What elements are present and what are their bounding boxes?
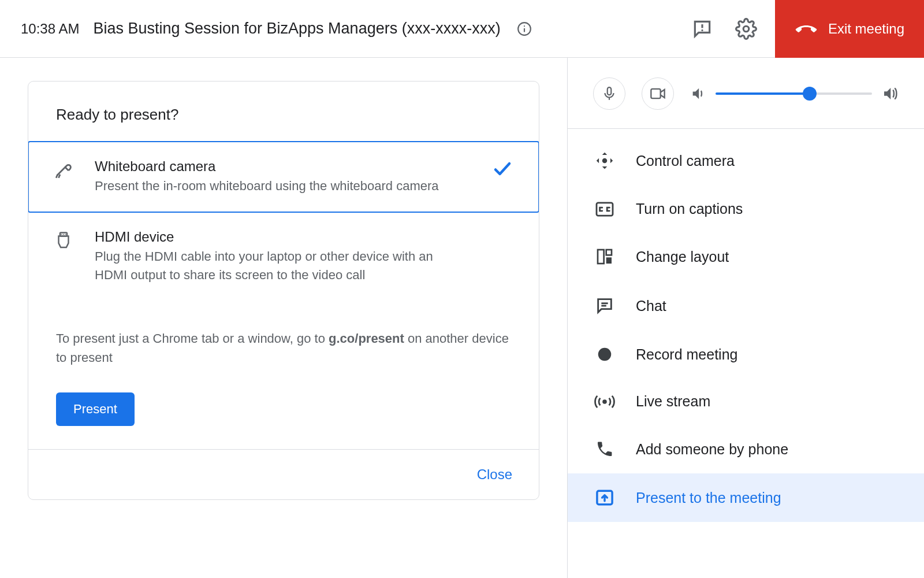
- exit-meeting-label: Exit meeting: [828, 21, 904, 37]
- menu-present[interactable]: Present to the meeting: [568, 473, 924, 522]
- header: 10:38 AM Bias Busting Session for BizApp…: [0, 0, 924, 58]
- menu-item-label: Control camera: [636, 153, 735, 169]
- camera-toggle[interactable]: [642, 77, 674, 110]
- present-option-subtitle: Plug the HDMI cable into your laptop or …: [95, 247, 464, 284]
- hangup-icon: [795, 22, 818, 36]
- info-icon[interactable]: [517, 21, 532, 36]
- present-option-whiteboard[interactable]: Whiteboard camera Present the in-room wh…: [28, 141, 539, 213]
- svg-point-5: [743, 26, 749, 32]
- present-option-title: Whiteboard camera: [95, 158, 470, 175]
- menu-item-label: Live stream: [636, 393, 710, 410]
- svg-rect-14: [597, 202, 613, 215]
- volume-thumb[interactable]: [803, 87, 817, 101]
- meeting-title: Bias Busting Session for BizApps Manager…: [93, 20, 500, 38]
- control-camera-icon: [593, 151, 616, 171]
- svg-point-2: [524, 25, 525, 27]
- menu-item-label: Chat: [636, 298, 666, 314]
- svg-point-20: [598, 348, 612, 361]
- menu-item-label: Present to the meeting: [636, 490, 781, 506]
- menu-control-camera[interactable]: Control camera: [568, 136, 924, 186]
- svg-point-4: [701, 29, 703, 31]
- volume-low-icon: [690, 86, 706, 102]
- phone-icon: [593, 440, 616, 458]
- present-option-title: HDMI device: [95, 229, 470, 245]
- present-option-hdmi[interactable]: HDMI device Plug the HDMI cable into you…: [28, 212, 539, 301]
- svg-rect-15: [598, 250, 604, 264]
- svg-rect-12: [651, 89, 660, 98]
- check-icon: [490, 158, 515, 179]
- layout-icon: [593, 247, 616, 266]
- chat-icon: [593, 296, 616, 316]
- clock: 10:38 AM: [21, 21, 79, 37]
- close-button[interactable]: Close: [474, 466, 516, 483]
- present-option-subtitle: Present the in-room whiteboard using the…: [95, 177, 464, 195]
- menu-record[interactable]: Record meeting: [568, 331, 924, 378]
- side-menu: Control camera Turn on captions Change l…: [568, 129, 924, 522]
- menu-livestream[interactable]: Live stream: [568, 378, 924, 425]
- svg-rect-10: [608, 87, 612, 95]
- svg-rect-16: [606, 250, 612, 255]
- volume-high-icon: [881, 85, 899, 102]
- menu-item-label: Change layout: [636, 249, 729, 265]
- svg-rect-17: [606, 257, 612, 264]
- record-icon: [593, 346, 616, 363]
- exit-meeting-button[interactable]: Exit meeting: [775, 0, 924, 58]
- whiteboard-camera-icon: [52, 161, 75, 180]
- captions-icon: [593, 201, 616, 217]
- mic-toggle[interactable]: [593, 77, 625, 110]
- menu-item-label: Turn on captions: [636, 201, 743, 217]
- present-icon: [593, 488, 616, 507]
- menu-chat[interactable]: Chat: [568, 281, 924, 331]
- feedback-icon[interactable]: [687, 14, 717, 44]
- present-heading: Ready to present?: [28, 81, 539, 141]
- present-dialog: Ready to present? Whiteboard camera Pres…: [28, 81, 539, 500]
- menu-layout[interactable]: Change layout: [568, 232, 924, 281]
- present-button[interactable]: Present: [56, 392, 135, 426]
- hdmi-icon: [52, 231, 75, 251]
- livestream-icon: [593, 394, 616, 409]
- settings-icon[interactable]: [731, 14, 761, 44]
- menu-item-label: Record meeting: [636, 346, 737, 363]
- svg-point-13: [602, 158, 608, 164]
- volume-slider[interactable]: [716, 92, 872, 95]
- menu-add-phone[interactable]: Add someone by phone: [568, 425, 924, 473]
- menu-captions[interactable]: Turn on captions: [568, 186, 924, 232]
- media-controls: [568, 58, 924, 129]
- menu-item-label: Add someone by phone: [636, 441, 788, 458]
- svg-point-21: [602, 399, 607, 404]
- present-hint: To present just a Chrome tab or a window…: [28, 301, 539, 372]
